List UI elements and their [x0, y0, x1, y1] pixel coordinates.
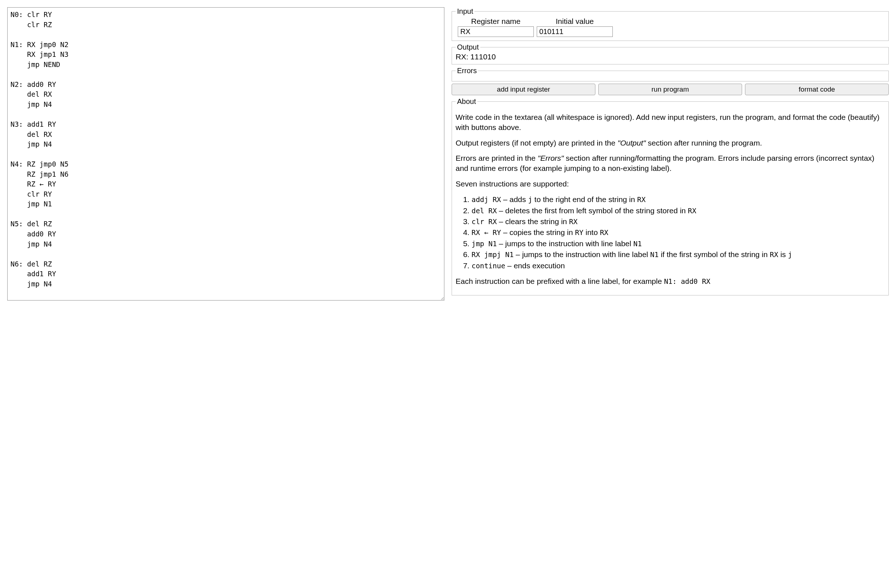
code-editor[interactable] [7, 7, 444, 300]
output-legend: Output [456, 43, 480, 52]
errors-fieldset: Errors [452, 67, 889, 81]
about-p3: Errors are printed in the "Errors" secti… [456, 153, 885, 174]
list-item: RX ← RY – copies the string in RY into R… [472, 227, 885, 238]
errors-text [456, 75, 885, 79]
about-p2: Output registers (if not empty) are prin… [456, 138, 885, 148]
output-text: RX: 111010 [456, 52, 885, 62]
input-header-register: Register name [458, 17, 534, 26]
output-fieldset: Output RX: 111010 [452, 43, 889, 64]
errors-legend: Errors [456, 67, 478, 75]
list-item: addj RX – adds j to the right end of the… [472, 194, 885, 205]
about-p4: Seven instructions are supported: [456, 179, 885, 189]
format-code-button[interactable]: format code [745, 84, 889, 95]
about-p1: Write code in the textarea (all whitespa… [456, 112, 885, 133]
list-item: RX jmpj N1 – jumps to the instruction wi… [472, 249, 885, 260]
about-fieldset: About Write code in the textarea (all wh… [452, 97, 889, 296]
add-input-register-button[interactable]: add input register [452, 84, 596, 95]
run-program-button[interactable]: run program [598, 84, 742, 95]
initial-value-input[interactable] [537, 26, 613, 37]
list-item: jmp N1 – jumps to the instruction with l… [472, 238, 885, 249]
input-fieldset: Input Register name Initial value [452, 7, 889, 41]
register-name-input[interactable] [458, 26, 534, 37]
list-item: continue – ends execution [472, 260, 885, 271]
input-legend: Input [456, 7, 474, 15]
about-legend: About [456, 97, 477, 106]
instruction-list: addj RX – adds j to the right end of the… [456, 194, 885, 271]
about-p5: Each instruction can be prefixed with a … [456, 276, 885, 286]
list-item: clr RX – clears the string in RX [472, 216, 885, 227]
list-item: del RX – deletes the first from left sym… [472, 205, 885, 216]
input-header-value: Initial value [537, 17, 613, 26]
